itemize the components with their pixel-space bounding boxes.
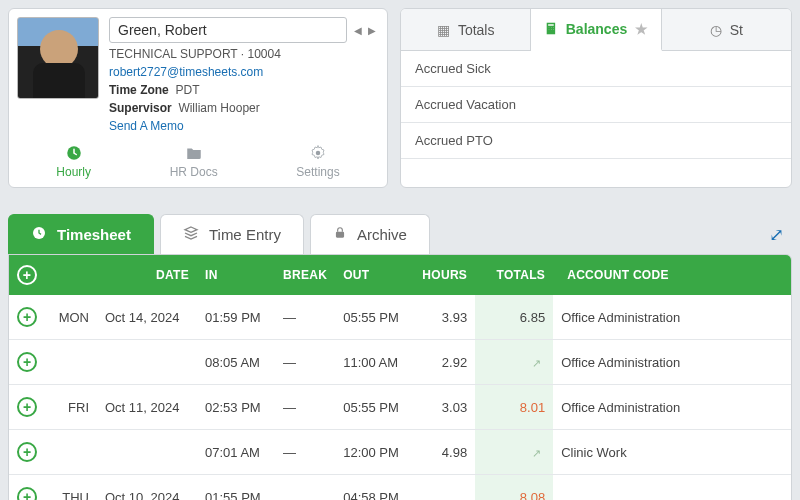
cell-break[interactable]: — [275,340,335,385]
cell-day [45,430,97,475]
lock-icon [333,225,347,244]
cell-totals: ↗ [475,340,553,385]
cell-date [97,430,197,475]
col-hours: HOURS [413,255,475,295]
cell-date: Oct 11, 2024 [97,385,197,430]
tab-label: Time Entry [209,226,281,243]
cell-in[interactable]: 08:05 AM [197,340,275,385]
cell-out[interactable]: 12:00 PM [335,430,413,475]
folder-icon [184,143,204,163]
add-row-button[interactable]: + [17,442,37,462]
cell-day [45,340,97,385]
add-row-button[interactable]: + [17,352,37,372]
gear-icon [308,143,328,163]
tab-archive[interactable]: Archive [310,214,430,254]
cell-break[interactable]: — [275,385,335,430]
cell-out[interactable]: 05:55 PM [335,385,413,430]
cell-out[interactable]: 05:55 PM [335,295,413,340]
balance-tab-label: Totals [458,22,495,38]
table-row[interactable]: +MONOct 14, 202401:59 PM—05:55 PM3.936.8… [9,295,791,340]
tab-label: Timesheet [57,226,131,243]
cell-account[interactable] [553,475,791,501]
balance-item[interactable]: Accrued PTO [401,123,791,159]
cell-date: Oct 10, 2024 [97,475,197,501]
balance-item[interactable]: Accrued Sick [401,51,791,87]
cell-day: FRI [45,385,97,430]
balance-tab-totals[interactable]: ▦ Totals [401,9,531,50]
col-in: IN [197,255,275,295]
tab-timesheet[interactable]: Timesheet [8,214,154,254]
col-out: OUT [335,255,413,295]
cell-date [97,340,197,385]
profile-tab-hourly[interactable]: Hourly [56,143,91,179]
col-account: ACCOUNT CODE [553,255,791,295]
balance-tab-label: Balances [566,21,627,37]
cell-date: Oct 14, 2024 [97,295,197,340]
avatar[interactable] [17,17,99,99]
tab-label: Archive [357,226,407,243]
cell-totals: 8.08 [475,475,553,501]
expand-icon[interactable]: ⤢ [761,216,792,254]
timesheet-table: + DATE IN BREAK OUT HOURS TOTALS ACCOUNT… [9,255,791,500]
table-row[interactable]: +08:05 AM—11:00 AM2.92↗Office Administra… [9,340,791,385]
balance-tab-balances[interactable]: 🖩 Balances ★ [531,9,661,51]
clock-icon [31,225,47,244]
cell-day: MON [45,295,97,340]
cell-totals: 6.85 [475,295,553,340]
cell-account[interactable]: Office Administration [553,295,791,340]
employee-nav-spinner[interactable]: ◀ ▶ [351,23,379,38]
add-row-button[interactable]: + [17,307,37,327]
balance-tab-status[interactable]: ◷ St [662,9,791,50]
cell-hours: 4.98 [413,430,475,475]
cell-out[interactable]: 04:58 PM [335,475,413,501]
arrow-up-icon: ↗ [532,447,541,459]
profile-tab-label: Hourly [56,165,91,179]
profile-tab-settings[interactable]: Settings [296,143,339,179]
balance-list: Accrued Sick Accrued Vacation Accrued PT… [401,51,791,159]
employee-name-input[interactable] [109,17,347,43]
profile-tab-hrdocs[interactable]: HR Docs [170,143,218,179]
cell-in[interactable]: 01:55 PM [197,475,275,501]
table-row[interactable]: +07:01 AM—12:00 PM4.98↗Clinic Work [9,430,791,475]
grid-icon: ▦ [437,22,450,38]
cell-account[interactable]: Office Administration [553,385,791,430]
cell-break[interactable] [275,475,335,501]
cell-account[interactable]: Office Administration [553,340,791,385]
cell-hours [413,475,475,501]
table-row[interactable]: +THUOct 10, 202401:55 PM04:58 PM8.08 [9,475,791,501]
profile-tab-label: HR Docs [170,165,218,179]
add-all-button[interactable]: + [9,255,45,295]
send-memo-link[interactable]: Send A Memo [109,119,379,133]
cell-out[interactable]: 11:00 AM [335,340,413,385]
svg-rect-3 [336,232,344,238]
cell-hours: 2.92 [413,340,475,385]
balance-item[interactable]: Accrued Vacation [401,87,791,123]
svg-point-1 [316,151,321,156]
add-row-button[interactable]: + [17,397,37,417]
table-row[interactable]: +FRIOct 11, 202402:53 PM—05:55 PM3.038.0… [9,385,791,430]
cell-break[interactable]: — [275,430,335,475]
balance-tab-label: St [730,22,743,38]
balances-panel: ▦ Totals 🖩 Balances ★ ◷ St Accrued Sick … [400,8,792,188]
tab-time-entry[interactable]: Time Entry [160,214,304,254]
clock-outline-icon: ◷ [710,22,722,38]
col-date: DATE [45,255,197,295]
prev-employee-icon[interactable]: ◀ [351,23,365,38]
cell-break[interactable]: — [275,295,335,340]
arrow-up-icon: ↗ [532,357,541,369]
role-id-line: TECHNICAL SUPPORT · 10004 [109,47,379,61]
cell-totals: 8.01 [475,385,553,430]
cell-account[interactable]: Clinic Work [553,430,791,475]
cell-in[interactable]: 07:01 AM [197,430,275,475]
profile-tab-label: Settings [296,165,339,179]
cell-in[interactable]: 02:53 PM [197,385,275,430]
cell-in[interactable]: 01:59 PM [197,295,275,340]
col-break: BREAK [275,255,335,295]
next-employee-icon[interactable]: ▶ [365,23,379,38]
email-link[interactable]: robert2727@timesheets.com [109,65,379,79]
star-icon[interactable]: ★ [635,21,648,37]
cell-totals: ↗ [475,430,553,475]
timezone-line: Time Zone PDT [109,83,379,97]
cell-hours: 3.03 [413,385,475,430]
add-row-button[interactable]: + [17,487,37,500]
